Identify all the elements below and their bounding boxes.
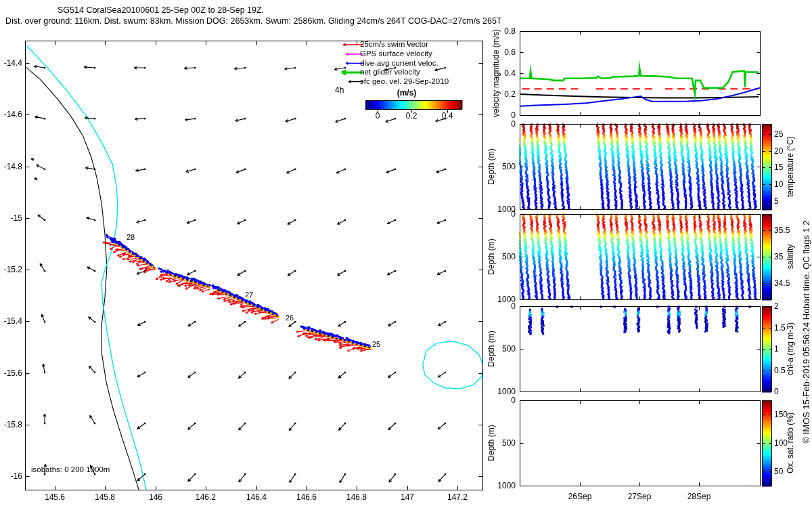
depth-y-tick: 500 bbox=[493, 438, 516, 448]
map-y-tick: -15.6 bbox=[0, 368, 22, 378]
depth-y-tick: 500 bbox=[493, 252, 516, 261]
depth-y-tick: 0 bbox=[493, 396, 516, 405]
colorbar-tick: 25 bbox=[774, 129, 783, 139]
depth-y-tick: 500 bbox=[493, 162, 516, 171]
map-x-tick: 145.6 bbox=[45, 492, 65, 502]
depth-y-tick: 500 bbox=[493, 344, 516, 354]
colorbar-tick: 10 bbox=[774, 179, 783, 189]
depth-y-tick: 0 bbox=[493, 301, 516, 311]
figure-subtitle: Dist. over ground: 116km. Dist. swum: 83… bbox=[5, 16, 501, 26]
colorbar-tick: 35 bbox=[774, 252, 783, 261]
legend-colorbar-tick: 0 bbox=[376, 111, 380, 121]
isobaths-note: isobaths: 0 200 1000m bbox=[31, 465, 110, 473]
velocity-y-tick: 0.2 bbox=[493, 89, 516, 99]
glider-mission-figure: SG514 CoralSea20100601 25-Sep 00Z to 28-… bbox=[0, 0, 812, 508]
map-y-tick: -14.4 bbox=[0, 58, 22, 68]
velocity-y-tick: 0.4 bbox=[493, 68, 516, 78]
velocity-y-tick: 0.8 bbox=[493, 26, 516, 36]
colorbar-tick: 50 bbox=[774, 467, 783, 476]
velocity-y-tick: 0 bbox=[493, 110, 516, 120]
colorbar-tick: 15 bbox=[774, 163, 783, 172]
depth-y-tick: 0 bbox=[493, 209, 516, 219]
map-y-tick: -15.4 bbox=[0, 316, 22, 326]
colorbar-unit-label: chl-a (mg m-3) bbox=[786, 322, 795, 375]
legend-entry-label: net glider velocity bbox=[360, 68, 420, 76]
colorbar-tick: 0 bbox=[774, 387, 779, 396]
dive-number-label: 28 bbox=[127, 233, 135, 241]
map-x-tick: 146.8 bbox=[346, 492, 367, 502]
time-axis-tick: 27Sep bbox=[628, 492, 652, 501]
legend-entry-label: 25cm/s swim vector bbox=[360, 40, 428, 48]
map-y-tick: -15.2 bbox=[0, 265, 22, 274]
map-y-tick: -15 bbox=[0, 213, 22, 223]
dive-number-label: 25 bbox=[372, 340, 380, 348]
colorbar-tick: 1 bbox=[774, 344, 779, 354]
time-axis-tick: 28Sep bbox=[687, 492, 711, 501]
time-axis-tick: 26Sep bbox=[568, 492, 592, 501]
plot-canvas bbox=[0, 0, 812, 508]
figure-title: SG514 CoralSea20100601 25-Sep 00Z to 28-… bbox=[58, 5, 264, 15]
colorbar-tick: 0.5 bbox=[774, 366, 786, 375]
colorbar-tick: 20 bbox=[774, 146, 783, 156]
legend-colorbar-title: (m/s) bbox=[397, 88, 417, 98]
map-x-tick: 145.8 bbox=[95, 492, 115, 502]
depth-axis-title: Depth (m) bbox=[487, 425, 496, 461]
map-x-tick: 146.6 bbox=[296, 492, 317, 502]
depth-y-tick: 1000 bbox=[493, 481, 516, 490]
map-y-tick: -15.8 bbox=[0, 420, 22, 429]
colorbar-unit-label: salinity bbox=[786, 245, 795, 270]
map-x-tick: 146.2 bbox=[196, 492, 216, 502]
velocity-y-tick: 0.6 bbox=[493, 47, 516, 57]
legend-entry-label: dive-avg current veloc. bbox=[360, 59, 438, 67]
colorbar-tick: 34.5 bbox=[774, 278, 790, 288]
depth-axis-title: Depth (m) bbox=[487, 331, 496, 366]
map-y-tick: -14.6 bbox=[0, 110, 22, 119]
colorbar-tick: 1.5 bbox=[774, 323, 786, 333]
dive-number-label: 26 bbox=[286, 314, 294, 322]
depth-y-tick: 0 bbox=[493, 119, 516, 129]
legend-scale-label: 4h bbox=[335, 85, 344, 95]
colorbar-tick: 5 bbox=[774, 196, 779, 206]
legend-colorbar-tick: 0.2 bbox=[406, 111, 418, 121]
legend-entry-label: GPS surface velocity bbox=[360, 49, 432, 58]
map-x-tick: 147 bbox=[401, 492, 414, 502]
map-x-tick: 146.4 bbox=[246, 492, 267, 502]
colorbar-tick: 35.5 bbox=[774, 226, 790, 235]
depth-y-tick: 1000 bbox=[493, 387, 516, 396]
map-x-tick: 146 bbox=[149, 492, 162, 502]
depth-axis-title: Depth (m) bbox=[487, 148, 496, 184]
legend-colorbar-tick: 0.4 bbox=[442, 111, 453, 121]
map-y-tick: -16 bbox=[0, 471, 22, 481]
map-y-tick: -14.8 bbox=[0, 162, 22, 171]
imos-watermark: © IMOS 15-Feb-2019 05:56:24 Hobart time.… bbox=[801, 221, 811, 444]
depth-axis-title: Depth (m) bbox=[487, 238, 496, 274]
colorbar-unit-label: Ox. sat. ratio (%) bbox=[786, 412, 795, 473]
dive-number-label: 27 bbox=[245, 291, 253, 299]
legend-entry-label: sfc geo. vel. 29-Sep-2010 bbox=[360, 77, 449, 85]
colorbar-unit-label: temperature (°C) bbox=[786, 136, 795, 197]
map-x-tick: 147.2 bbox=[447, 492, 468, 502]
colorbar-tick: 2 bbox=[774, 301, 779, 311]
